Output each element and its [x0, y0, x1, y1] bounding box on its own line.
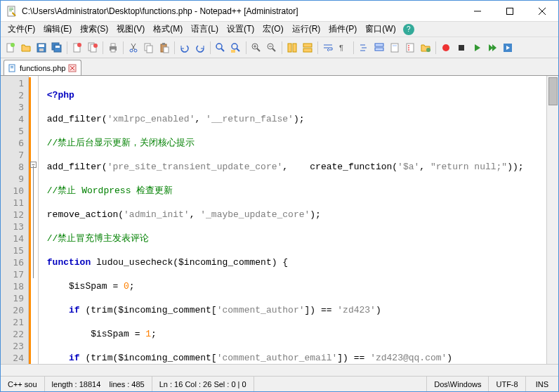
svg-line-41	[257, 48, 260, 51]
indent-guide-button[interactable]	[357, 41, 371, 55]
macro-save-button[interactable]	[501, 41, 515, 55]
svg-rect-56	[375, 48, 383, 51]
close-button[interactable]	[526, 1, 558, 21]
svg-rect-11	[39, 44, 44, 47]
close-file-button[interactable]	[70, 41, 84, 55]
horizontal-scrollbar[interactable]	[1, 364, 558, 376]
titlebar: C:\Users\Administrator\Desktop\functions…	[1, 1, 558, 22]
svg-rect-3	[9, 11, 12, 11]
zoom-out-button[interactable]	[265, 41, 279, 55]
svg-rect-65	[459, 45, 464, 51]
toolbar: ¶	[1, 37, 558, 58]
menu-settings[interactable]: 设置(T)	[223, 22, 258, 37]
svg-rect-31	[162, 43, 165, 45]
macro-play-multi-button[interactable]	[485, 41, 499, 55]
menu-edit[interactable]: 编辑(E)	[39, 22, 76, 37]
sync-h-button[interactable]	[301, 41, 315, 55]
code-content[interactable]: <?php add_filter('xmlrpc_enabled', '__re…	[39, 76, 546, 364]
doc-map-button[interactable]	[388, 41, 402, 55]
print-button[interactable]	[106, 41, 120, 55]
svg-rect-29	[147, 46, 152, 53]
status-position: Ln : 16 Col : 26 Sel : 0 | 0	[152, 377, 254, 391]
svg-rect-22	[111, 44, 115, 46]
svg-point-35	[232, 44, 237, 49]
sync-v-button[interactable]	[285, 41, 299, 55]
svg-point-17	[77, 43, 81, 47]
svg-point-26	[130, 49, 133, 52]
menu-run[interactable]: 运行(R)	[288, 22, 325, 37]
replace-button[interactable]	[229, 41, 243, 55]
minimize-button[interactable]	[461, 1, 494, 21]
app-icon	[6, 6, 18, 17]
svg-rect-1	[9, 8, 13, 8]
scrollbar-thumb[interactable]	[548, 77, 558, 105]
status-encoding: UTF-8	[489, 377, 525, 391]
svg-point-61	[408, 47, 409, 48]
redo-button[interactable]	[193, 41, 207, 55]
app-window: C:\Users\Administrator\Desktop\functions…	[0, 0, 559, 392]
menu-macro[interactable]: 宏(O)	[258, 22, 287, 37]
tab-label: functions.php	[20, 64, 65, 72]
svg-rect-55	[375, 44, 383, 46]
show-all-button[interactable]: ¶	[336, 41, 350, 55]
fold-column[interactable]: −	[29, 76, 39, 364]
vertical-scrollbar[interactable]	[546, 76, 558, 364]
svg-rect-37	[231, 50, 235, 53]
svg-rect-45	[288, 44, 291, 52]
maximize-button[interactable]	[494, 1, 526, 21]
svg-rect-32	[164, 47, 169, 53]
menu-plugins[interactable]: 插件(P)	[324, 22, 361, 37]
svg-line-36	[237, 48, 239, 51]
paste-button[interactable]	[157, 41, 171, 55]
svg-rect-59	[407, 44, 414, 52]
new-file-button[interactable]	[4, 41, 18, 55]
macro-stop-button[interactable]	[454, 41, 468, 55]
fold-button[interactable]	[372, 41, 386, 55]
svg-text:¶: ¶	[339, 44, 343, 52]
editor-area[interactable]: 1234567891011121314151617181920212223242…	[1, 75, 558, 364]
tabbar: functions.php	[1, 58, 558, 75]
svg-point-9	[11, 43, 15, 47]
statusbar: C++ sou length : 18814 lines : 485 Ln : …	[1, 376, 558, 391]
status-mode: INS	[526, 377, 558, 391]
macro-play-button[interactable]	[470, 41, 484, 55]
copy-button[interactable]	[142, 41, 156, 55]
menubar: 文件(F) 编辑(E) 搜索(S) 视图(V) 格式(M) 语言(L) 设置(T…	[1, 22, 558, 37]
svg-point-63	[426, 48, 430, 52]
undo-button[interactable]	[178, 41, 192, 55]
macro-record-button[interactable]	[439, 41, 453, 55]
svg-rect-12	[39, 48, 44, 51]
close-all-button[interactable]	[86, 41, 100, 55]
window-title: C:\Users\Administrator\Desktop\functions…	[22, 6, 461, 16]
svg-rect-46	[293, 44, 296, 52]
find-button[interactable]	[213, 41, 228, 55]
wrap-button[interactable]	[321, 41, 335, 55]
menu-file[interactable]: 文件(F)	[4, 22, 39, 37]
menu-format[interactable]: 格式(M)	[149, 22, 187, 37]
cut-button[interactable]	[126, 41, 140, 55]
svg-rect-58	[393, 45, 397, 46]
zoom-in-button[interactable]	[249, 41, 263, 55]
menu-search[interactable]: 搜索(S)	[76, 22, 112, 37]
save-all-button[interactable]	[50, 41, 64, 55]
svg-point-62	[408, 49, 409, 51]
open-file-button[interactable]	[19, 41, 33, 55]
svg-point-20	[93, 44, 98, 48]
menu-view[interactable]: 视图(V)	[112, 22, 149, 37]
svg-rect-5	[507, 8, 513, 14]
folder-workspace-button[interactable]	[419, 41, 433, 55]
svg-rect-69	[11, 67, 13, 68]
status-language: C++ sou	[1, 377, 45, 391]
save-button[interactable]	[34, 41, 48, 55]
file-tab[interactable]: functions.php	[4, 60, 81, 75]
tab-close-icon[interactable]	[68, 64, 77, 72]
menu-window[interactable]: 窗口(W)	[361, 22, 400, 37]
svg-rect-68	[11, 66, 13, 67]
menu-help-icon[interactable]: ?	[403, 24, 414, 35]
function-list-button[interactable]	[403, 41, 417, 55]
svg-point-33	[216, 44, 222, 49]
status-length: length : 18814 lines : 485	[45, 377, 152, 391]
menu-language[interactable]: 语言(L)	[187, 22, 223, 37]
svg-point-60	[408, 45, 409, 46]
svg-rect-2	[9, 9, 13, 10]
